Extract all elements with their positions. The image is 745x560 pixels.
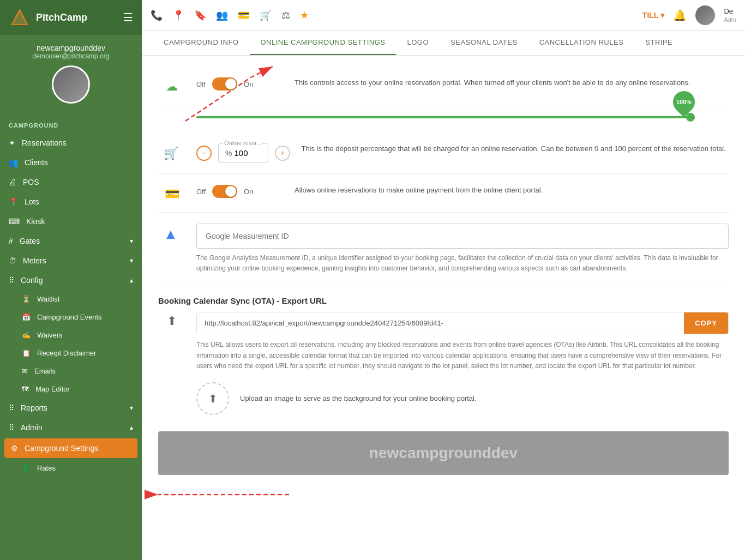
till-selector[interactable]: TILL ▾ (642, 11, 665, 20)
chevron-down-icon: ▾ (130, 257, 133, 264)
ota-icon-col: ⬆ (158, 312, 185, 328)
sidebar-subitem-waitlist[interactable]: ⏳ Waitlist (0, 290, 142, 308)
star-icon[interactable]: ★ (300, 9, 309, 21)
topbar-nav-icons: 📞 📍 🔖 👥 💳 🛒 ⚖ ★ (151, 9, 309, 21)
map-editor-icon: 🗺 (22, 385, 29, 393)
tab-seasonal-dates[interactable]: SEASONAL DATES (440, 31, 528, 55)
deposit-field-label: Online reser... (223, 140, 262, 146)
online-payment-desc: Allows online reservations to make onlin… (295, 185, 729, 196)
sidebar-subitem-rates[interactable]: 💲 Rates (0, 459, 142, 477)
gavel-icon[interactable]: ⚖ (281, 9, 290, 21)
config-icon: ⠿ (9, 276, 14, 285)
sidebar-subitem-map-editor[interactable]: 🗺 Map Editor (0, 380, 142, 398)
sidebar-subitem-campground-events[interactable]: 📅 Campground Events (0, 308, 142, 326)
cart-icon-col: 🛒 (158, 143, 185, 162)
toggle-controls: Off On (196, 77, 284, 91)
tab-stripe[interactable]: STRIPE (634, 31, 683, 55)
app-title: PitchCamp (36, 12, 87, 23)
reports-icon: ⠿ (9, 404, 14, 412)
upload-background-button[interactable]: ⬆ (196, 382, 229, 415)
upload-icon: ⬆ (167, 314, 177, 328)
people-icon[interactable]: 👥 (216, 9, 228, 21)
waivers-icon: ✍ (22, 331, 31, 339)
deposit-minus-btn[interactable]: − (196, 146, 212, 161)
upload-desc: Upload an image to serve as the backgrou… (240, 394, 477, 402)
sidebar-item-kiosk[interactable]: ⌨ Kiosk (0, 212, 142, 231)
chevron-down-icon: ▾ (130, 404, 133, 412)
sidebar-header: PitchCamp ☰ (0, 0, 142, 35)
sidebar-item-label: Kiosk (26, 217, 45, 226)
toggle-off-label: Off (196, 80, 206, 88)
deposit-prefix: % (225, 149, 232, 158)
main-content: 📞 📍 🔖 👥 💳 🛒 ⚖ ★ TILL ▾ 🔔 DeAdm CAMPGROUN… (142, 0, 745, 560)
cart-icon[interactable]: 🛒 (260, 9, 272, 21)
deposit-input[interactable] (234, 148, 261, 158)
emails-icon: ✉ (22, 367, 28, 375)
online-payment-toggle[interactable] (212, 185, 237, 198)
sidebar-item-label: Admin (21, 423, 43, 432)
sidebar-subitem-label: Campground Settings (25, 444, 98, 453)
sidebar-subitem-receipt[interactable]: 📋 Receipt Disclaimer (0, 344, 142, 362)
sidebar: PitchCamp ☰ newcampgrounddev demouser@pi… (0, 0, 142, 560)
reservation-portal-desc: This controls access to your online rese… (295, 77, 729, 88)
topbar: 📞 📍 🔖 👥 💳 🛒 ⚖ ★ TILL ▾ 🔔 DeAdm (142, 0, 745, 31)
sidebar-subitem-label: Waivers (37, 331, 62, 339)
user-email: demouser@pitchcamp.org (9, 52, 133, 60)
tab-online-settings[interactable]: ONLINE CAMPGROUND SETTINGS (250, 31, 396, 55)
payment-icon-col: 💳 (158, 185, 185, 201)
sidebar-item-label: Config (21, 276, 43, 285)
sidebar-item-label: Meters (23, 256, 46, 265)
hamburger-icon[interactable]: ☰ (123, 11, 133, 24)
ota-url-text: http://localhost:82/api/ical_export/newc… (197, 312, 684, 334)
ota-description: This URL allows users to export all rese… (196, 340, 729, 371)
deposit-slider-container: 100% (158, 105, 729, 124)
tab-logo[interactable]: LOGO (396, 31, 440, 55)
sidebar-item-config[interactable]: ⠿ Config ▴ (0, 270, 142, 290)
user-avatar-topbar (695, 5, 715, 25)
background-preview: newcampgrounddev (158, 431, 729, 475)
copy-button[interactable]: COPY (684, 312, 728, 334)
location-icon[interactable]: 📍 (172, 9, 184, 21)
cloud-icon-col: ☁ (158, 77, 185, 94)
sidebar-subitem-campground-settings[interactable]: ⚙ Campground Settings (4, 438, 137, 458)
sidebar-subitem-emails[interactable]: ✉ Emails (0, 362, 142, 380)
deposit-slider-track[interactable]: 100% (196, 116, 690, 118)
section-label: CAMPGROUND (0, 118, 142, 133)
payment-toggle-controls: Off On (196, 185, 284, 198)
waitlist-icon: ⏳ (22, 295, 31, 303)
ga-help-text: The Google Analytics Measurement ID, a u… (196, 253, 729, 274)
phone-icon[interactable]: 📞 (151, 9, 163, 21)
settings-icon: ⚙ (11, 444, 18, 453)
sidebar-user: newcampgrounddev demouser@pitchcamp.org (0, 35, 142, 118)
svg-text:🛒: 🛒 (164, 146, 179, 161)
tab-campground-info[interactable]: CAMPGROUND INFO (153, 31, 250, 55)
sidebar-item-clients[interactable]: 👥 Clients (0, 153, 142, 172)
ota-title: Booking Calendar Sync (OTA) - Export URL (158, 296, 729, 305)
deposit-plus-btn[interactable]: + (275, 146, 290, 161)
sidebar-item-gates[interactable]: # Gates ▾ (0, 231, 142, 251)
sidebar-item-reports[interactable]: ⠿ Reports ▾ (0, 398, 142, 418)
sidebar-item-pos[interactable]: 🖨 POS (0, 172, 142, 192)
topbar-user-name: DeAdm (724, 7, 736, 23)
google-measurement-id-input[interactable] (196, 224, 729, 249)
cloud-icon: ☁ (166, 80, 178, 94)
sidebar-item-lots[interactable]: 📍 Lots (0, 192, 142, 212)
sidebar-subitem-label: Campground Events (37, 313, 102, 321)
deposit-controls: − Online reser... % + (196, 143, 290, 162)
sidebar-item-admin[interactable]: ⠿ Admin ▴ (0, 418, 142, 437)
tab-cancellation-rules[interactable]: CANCELLATION RULES (528, 31, 635, 55)
sidebar-subitem-waivers[interactable]: ✍ Waivers (0, 326, 142, 344)
reservation-portal-toggle[interactable] (212, 77, 237, 91)
sidebar-subitem-label: Map Editor (35, 385, 70, 393)
bookmark-icon[interactable]: 🔖 (194, 9, 206, 21)
sidebar-item-reservations[interactable]: ✦ Reservations (0, 133, 142, 153)
settings-tabs: CAMPGROUND INFO ONLINE CAMPGROUND SETTIN… (142, 31, 745, 56)
reservations-icon: ✦ (9, 139, 15, 147)
card-icon[interactable]: 💳 (238, 9, 250, 21)
sidebar-subitem-label: Rates (37, 464, 56, 472)
analytics-icon-col: ▲ (158, 224, 185, 242)
notification-icon[interactable]: 🔔 (673, 9, 687, 22)
online-payment-setting: 💳 Off On Allows online reservations to m… (158, 174, 729, 213)
settings-content: ☁ Off On This controls access to your on… (142, 56, 745, 560)
sidebar-item-meters[interactable]: ⏱ Meters ▾ (0, 251, 142, 270)
